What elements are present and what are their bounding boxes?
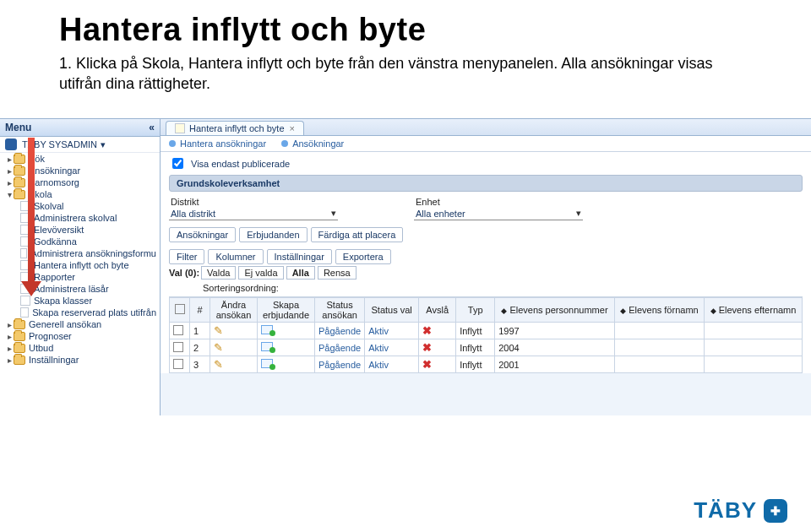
nav-label: Godkänna bbox=[34, 236, 77, 247]
col-typ[interactable]: Typ bbox=[456, 298, 495, 323]
row-checkbox[interactable] bbox=[170, 356, 190, 373]
reject-button[interactable]: ✖ bbox=[419, 323, 456, 339]
nav-item[interactable]: Skolval bbox=[0, 200, 160, 212]
checkbox-row: Visa endast publicerade bbox=[169, 152, 803, 175]
offer-button[interactable] bbox=[258, 356, 315, 373]
segment-button[interactable]: Erbjudanden bbox=[239, 227, 307, 242]
col-statusval[interactable]: Status val bbox=[365, 298, 419, 323]
collapse-icon[interactable]: « bbox=[149, 122, 155, 133]
sidebar: Menu « TÄBY SYSADMIN ▸Sök▸Ansökningar▸Ba… bbox=[0, 119, 161, 415]
toolbar-button[interactable]: Kolumner bbox=[208, 249, 263, 264]
nav-item[interactable]: Administrera skolval bbox=[0, 212, 160, 224]
reject-button[interactable]: ✖ bbox=[419, 356, 456, 373]
val-option[interactable]: Valda bbox=[201, 266, 236, 280]
nav-item[interactable]: ▸Utbud bbox=[0, 342, 160, 354]
toolbar-button[interactable]: Inställningar bbox=[267, 249, 332, 264]
edit-button[interactable]: ✎ bbox=[210, 339, 258, 356]
enhet-dropdown[interactable]: Alla enheter bbox=[414, 207, 583, 220]
fname-cell bbox=[614, 323, 704, 339]
col-edit[interactable]: Ändra ansökan bbox=[210, 298, 258, 323]
nav-item[interactable]: ▸Sök bbox=[0, 153, 160, 165]
page-icon bbox=[20, 225, 30, 235]
form-area: Visa endast publicerade Grundskoleverksa… bbox=[161, 152, 811, 373]
nav-item[interactable]: Godkänna bbox=[0, 236, 160, 247]
nav-item[interactable]: ▸Generell ansökan bbox=[0, 318, 160, 330]
nav-label: Hantera inflytt och byte bbox=[34, 260, 129, 270]
status-cell[interactable]: Pågående bbox=[315, 323, 365, 339]
user-row[interactable]: TÄBY SYSADMIN bbox=[0, 137, 160, 153]
val-option[interactable]: Rensa bbox=[318, 266, 357, 280]
nav-item[interactable]: ▾Skola bbox=[0, 188, 160, 200]
distrikt-value: Alla distrikt bbox=[171, 209, 215, 219]
col-fname[interactable]: ◆ Elevens förnamn bbox=[614, 298, 704, 323]
nav-item[interactable]: Hantera inflytt och byte bbox=[0, 259, 160, 271]
nav-item[interactable]: ▸Barnomsorg bbox=[0, 176, 160, 188]
offer-button[interactable] bbox=[258, 323, 315, 339]
toolbar-button[interactable]: Filter bbox=[169, 249, 204, 264]
tab-hantera-inflytt[interactable]: Hantera inflytt och byte × bbox=[166, 121, 304, 135]
val-option[interactable]: Alla bbox=[286, 266, 315, 280]
pencil-icon: ✎ bbox=[214, 324, 223, 337]
filter-row: Distrikt Alla distrikt Enhet Alla enhete… bbox=[169, 192, 803, 220]
edit-button[interactable]: ✎ bbox=[210, 323, 258, 339]
offer-icon bbox=[261, 359, 273, 368]
segment-row-2: FilterKolumnerInställningarExportera bbox=[169, 242, 803, 264]
menu-header: Menu « bbox=[0, 119, 160, 137]
reject-button[interactable]: ✖ bbox=[419, 339, 456, 356]
subtab-ansokningar[interactable]: Ansökningar bbox=[281, 138, 344, 149]
segment-button[interactable]: Färdiga att placera bbox=[311, 227, 404, 242]
row-num: 2 bbox=[190, 339, 210, 356]
col-lname[interactable]: ◆ Elevens efternamn bbox=[705, 298, 803, 323]
row-checkbox[interactable] bbox=[170, 323, 190, 339]
toolbar-button[interactable]: Exportera bbox=[335, 249, 391, 264]
row-checkbox[interactable] bbox=[170, 339, 190, 356]
nav-item[interactable]: ▸Inställningar bbox=[0, 354, 160, 366]
nav-item[interactable]: Rapporter bbox=[0, 271, 160, 283]
expand-icon: ▸ bbox=[5, 332, 14, 341]
status-cell[interactable]: Pågående bbox=[315, 339, 365, 356]
col-reject[interactable]: Avslå bbox=[419, 298, 456, 323]
distrikt-dropdown[interactable]: Alla distrikt bbox=[169, 207, 338, 220]
nav-label: Inställningar bbox=[29, 355, 79, 365]
offer-icon bbox=[261, 325, 273, 334]
page-icon bbox=[20, 201, 30, 211]
folder-icon bbox=[14, 320, 25, 329]
subtab-hantera[interactable]: Hantera ansökningar bbox=[169, 138, 266, 149]
nav-item[interactable]: Elevöversikt bbox=[0, 224, 160, 236]
col-pnr[interactable]: ◆ Elevens personnummer bbox=[495, 298, 615, 323]
statusval-cell[interactable]: Aktiv bbox=[365, 356, 419, 373]
nav-item[interactable]: ▸Ansökningar bbox=[0, 165, 160, 176]
edit-button[interactable]: ✎ bbox=[210, 356, 258, 373]
menu-title: Menu bbox=[5, 122, 31, 133]
nav-item[interactable]: ▸Prognoser bbox=[0, 330, 160, 342]
nav-item[interactable]: Administrera läsår bbox=[0, 283, 160, 295]
statusval-cell[interactable]: Aktiv bbox=[365, 323, 419, 339]
col-status[interactable]: Status ansökan bbox=[315, 298, 365, 323]
offer-button[interactable] bbox=[258, 339, 315, 356]
nav-item[interactable]: Skapa klasser bbox=[0, 295, 160, 307]
main-panel: Hantera inflytt och byte × Hantera ansök… bbox=[161, 119, 811, 415]
show-published-checkbox[interactable] bbox=[172, 158, 183, 169]
page-icon bbox=[20, 248, 27, 258]
lname-cell bbox=[705, 339, 803, 356]
nav-item[interactable]: Skapa reserverad plats utifrån bbox=[0, 307, 160, 318]
page-heading: Hantera inflytt och byte bbox=[59, 12, 811, 48]
sub-tabs: Hantera ansökningar Ansökningar bbox=[161, 136, 811, 152]
app-screenshot: Menu « TÄBY SYSADMIN ▸Sök▸Ansökningar▸Ba… bbox=[0, 118, 811, 415]
nav-label: Sök bbox=[29, 154, 45, 164]
nav-label: Prognoser bbox=[29, 331, 72, 341]
folder-icon bbox=[14, 155, 25, 164]
col-checkbox[interactable] bbox=[170, 298, 190, 323]
col-offer[interactable]: Skapa erbjudande bbox=[258, 298, 315, 323]
nav-label: Skola bbox=[29, 189, 52, 199]
page-icon bbox=[20, 284, 30, 294]
val-option[interactable]: Ej valda bbox=[238, 266, 283, 280]
status-cell[interactable]: Pågående bbox=[315, 356, 365, 373]
segment-button[interactable]: Ansökningar bbox=[169, 227, 236, 242]
table-header-row: # Ändra ansökan Skapa erbjudande Status … bbox=[170, 298, 803, 323]
tab-close-icon[interactable]: × bbox=[290, 123, 295, 133]
col-num[interactable]: # bbox=[190, 298, 210, 323]
nav-item[interactable]: Administrera ansökningsformu bbox=[0, 247, 160, 259]
statusval-cell[interactable]: Aktiv bbox=[365, 339, 419, 356]
pnr-cell: 2001 bbox=[495, 356, 615, 373]
